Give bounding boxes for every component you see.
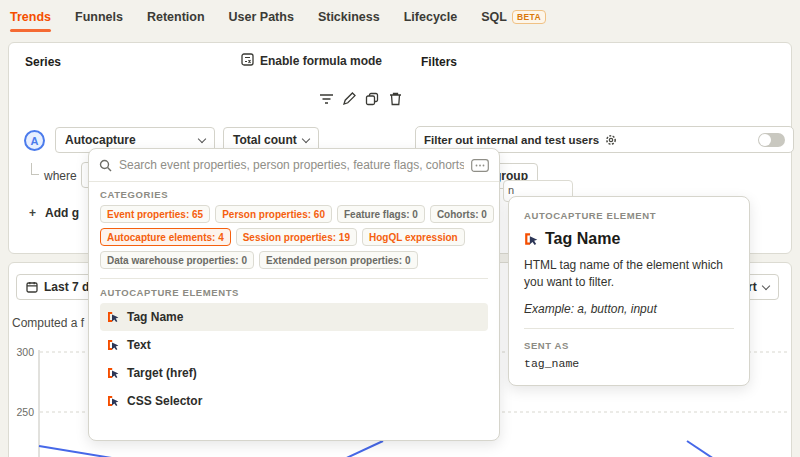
category-pill[interactable]: HogQL expression xyxy=(362,228,465,246)
category-pill[interactable]: Cohorts: 0 xyxy=(430,205,494,223)
sent-as-value: tag_name xyxy=(524,357,734,370)
y-axis-tick-300: 300 xyxy=(8,346,34,358)
tab-stickiness[interactable]: Stickiness xyxy=(318,10,380,24)
filters-heading: Filters xyxy=(421,55,457,69)
delete-series-icon[interactable] xyxy=(386,90,404,108)
beta-badge: BETA xyxy=(512,10,546,24)
autocapture-icon xyxy=(524,232,538,246)
internal-test-users-toggle[interactable] xyxy=(758,133,785,147)
add-graph-series-label: Add g xyxy=(45,206,79,220)
gear-icon[interactable] xyxy=(605,134,617,146)
edit-series-icon[interactable] xyxy=(340,90,358,108)
where-label: where xyxy=(44,169,77,183)
tab-trends[interactable]: Trends xyxy=(10,10,51,24)
internal-test-users-label: Filter out internal and test users xyxy=(424,134,599,146)
tab-label: Trends xyxy=(10,10,51,24)
category-pill-rows: Event properties: 65Person properties: 6… xyxy=(100,205,488,269)
series-heading: Series xyxy=(25,55,61,69)
category-pill[interactable]: Event properties: 65 xyxy=(100,205,210,223)
definition-example: Example: a, button, input xyxy=(524,302,734,316)
calendar-icon xyxy=(26,281,38,293)
tab-label: Retention xyxy=(147,10,205,24)
definition-kicker: AUTOCAPTURE ELEMENT xyxy=(524,210,734,221)
property-item-target-href-[interactable]: Target (href) xyxy=(100,359,488,387)
property-item-text[interactable]: Text xyxy=(100,331,488,359)
category-pill[interactable]: Extended person properties: 0 xyxy=(259,251,417,269)
autocapture-elements-heading: AUTOCAPTURE ELEMENTS xyxy=(100,278,488,298)
property-item-label: Text xyxy=(127,338,151,352)
formula-icon xyxy=(241,53,254,69)
series-letter-badge: A xyxy=(24,130,45,151)
category-pill[interactable]: Session properties: 19 xyxy=(236,228,357,246)
categories-heading: CATEGORIES xyxy=(100,189,488,200)
series-filter-icon[interactable] xyxy=(317,90,335,108)
chevron-down-icon xyxy=(198,134,206,142)
tab-user-paths[interactable]: User Paths xyxy=(229,10,294,24)
category-pill-row: Autocapture elements: 4Session propertie… xyxy=(100,228,488,246)
definition-divider xyxy=(524,328,734,329)
sent-as-heading: SENT AS xyxy=(524,340,734,351)
category-pill[interactable]: Data warehouse properties: 0 xyxy=(100,251,254,269)
property-item-label: Tag Name xyxy=(127,310,183,324)
enable-formula-mode-label: Enable formula mode xyxy=(260,54,382,68)
property-item-css-selector[interactable]: CSS Selector xyxy=(100,387,488,415)
category-pill[interactable]: Autocapture elements: 4 xyxy=(100,228,231,246)
tab-lifecycle[interactable]: Lifecycle xyxy=(404,10,458,24)
tab-label: Funnels xyxy=(75,10,123,24)
property-search-input[interactable] xyxy=(119,158,464,172)
category-pill[interactable]: Feature flags: 0 xyxy=(337,205,425,223)
autocapture-icon xyxy=(107,311,119,323)
category-pill[interactable]: Person properties: 60 xyxy=(215,205,332,223)
autocapture-icon xyxy=(107,395,119,407)
autocapture-icon xyxy=(107,367,119,379)
property-item-label: CSS Selector xyxy=(127,394,202,408)
category-pill-row: Event properties: 65Person properties: 6… xyxy=(100,205,488,223)
chevron-down-icon xyxy=(761,281,769,289)
property-definition-panel: AUTOCAPTURE ELEMENT Tag Name HTML tag na… xyxy=(508,196,750,386)
tab-label: Stickiness xyxy=(318,10,380,24)
insight-tab-bar: TrendsFunnelsRetentionUser PathsStickine… xyxy=(10,10,546,24)
event-select-value: Autocapture xyxy=(65,133,136,147)
app-window: TrendsFunnelsRetentionUser PathsStickine… xyxy=(0,0,800,457)
add-graph-series-button[interactable]: + Add g xyxy=(29,206,79,220)
definition-description: HTML tag name of the element which you w… xyxy=(524,257,734,292)
y-axis-tick-250: 250 xyxy=(8,406,34,418)
property-item-tag-name[interactable]: Tag Name xyxy=(100,303,488,331)
definition-title-row: Tag Name xyxy=(524,230,734,248)
tab-label: SQL xyxy=(481,10,507,24)
tab-retention[interactable]: Retention xyxy=(147,10,205,24)
where-connector xyxy=(31,163,39,175)
plus-icon: + xyxy=(29,206,36,220)
search-icon xyxy=(99,159,112,172)
tab-funnels[interactable]: Funnels xyxy=(75,10,123,24)
property-search-row xyxy=(89,149,499,182)
duplicate-series-icon[interactable] xyxy=(363,90,381,108)
tab-label: Lifecycle xyxy=(404,10,458,24)
keyboard-hint-icon xyxy=(471,159,489,172)
autocapture-icon xyxy=(107,339,119,351)
tab-sql[interactable]: SQLBETA xyxy=(481,10,546,24)
toggle-knob xyxy=(759,134,771,146)
aggregation-select-value: Total count xyxy=(233,133,297,147)
property-item-label: Target (href) xyxy=(127,366,197,380)
category-pill-row: Data warehouse properties: 0Extended per… xyxy=(100,251,488,269)
chevron-down-icon xyxy=(302,134,310,142)
autocapture-elements-list: Tag Name Text Target (href) CSS Selector xyxy=(100,303,488,415)
definition-title: Tag Name xyxy=(545,230,620,248)
property-search-popup: CATEGORIES Event properties: 65Person pr… xyxy=(88,148,500,441)
tab-label: User Paths xyxy=(229,10,294,24)
computed-status-text: Computed a f xyxy=(12,316,84,330)
enable-formula-mode-button[interactable]: Enable formula mode xyxy=(241,53,382,69)
